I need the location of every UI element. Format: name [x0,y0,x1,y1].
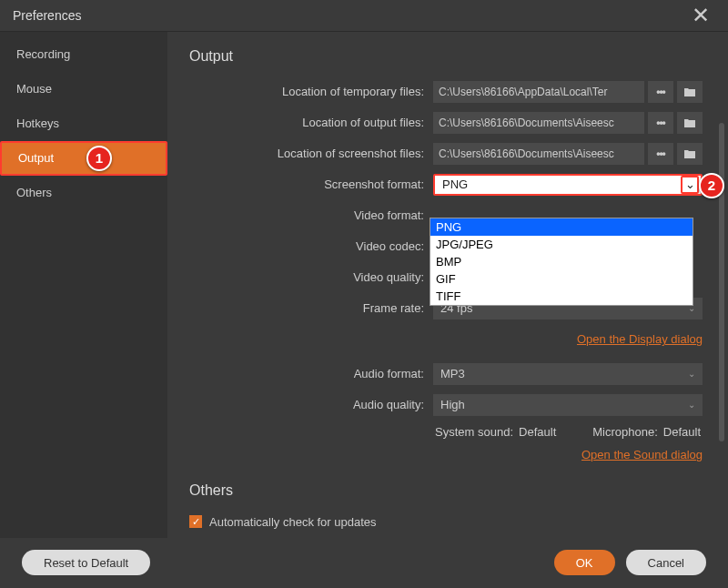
window-title: Preferences [13,8,81,23]
content-area: Recording Mouse Hotkeys Output Others Ou… [0,32,728,538]
dropdown-option-tiff[interactable]: TIFF [430,288,693,305]
output-files-path[interactable]: C:\Users\86166\Documents\Aiseesc [433,112,644,134]
sidebar-item-hotkeys[interactable]: Hotkeys [0,106,167,141]
sidebar-item-mouse[interactable]: Mouse [0,72,167,106]
audio-format-value: MP3 [440,367,465,380]
browse-temp-button[interactable]: ••• [648,81,673,103]
callout-2: 2 [699,173,724,198]
callout-1: 1 [86,146,112,171]
audio-format-select[interactable]: MP3 ⌄ [433,363,703,385]
ok-button[interactable]: OK [554,550,615,575]
microphone-value: Default [663,425,701,439]
open-sound-dialog-link[interactable]: Open the Sound dialog [581,448,703,461]
dropdown-option-jpg[interactable]: JPG/JPEG [430,236,693,253]
screenshot-format-dropdown: PNG JPG/JPEG BMP GIF TIFF [430,218,693,306]
dropdown-option-bmp[interactable]: BMP [430,253,693,270]
close-icon[interactable]: ✕ [686,3,715,28]
browse-output-button[interactable]: ••• [648,112,673,134]
auto-update-checkbox[interactable]: ✓ [189,515,202,528]
chevron-down-icon: ⌄ [688,369,695,379]
folder-icon [683,117,696,128]
sidebar: Recording Mouse Hotkeys Output Others [0,32,167,538]
audio-quality-value: High [440,398,465,411]
label-audio-format: Audio format: [189,367,433,380]
sidebar-item-recording[interactable]: Recording [0,37,167,72]
label-frame-rate: Frame rate: [189,301,433,315]
footer: Reset to Default OK Cancel [0,538,728,588]
temp-files-path[interactable]: C:\Users\86166\AppData\Local\Ter [433,81,644,103]
ellipsis-icon: ••• [656,147,665,160]
preferences-window: Preferences ✕ Recording Mouse Hotkeys Ou… [0,0,728,588]
browse-screenshot-button[interactable]: ••• [648,143,673,165]
titlebar: Preferences ✕ [0,0,728,32]
open-output-folder-button[interactable] [677,112,703,134]
label-temp-files: Location of temporary files: [189,85,433,98]
dropdown-option-png[interactable]: PNG [430,218,693,236]
label-video-codec: Video codec: [189,239,433,253]
open-screenshot-folder-button[interactable] [677,143,703,165]
auto-update-label: Automatically check for updates [209,515,377,529]
cancel-button[interactable]: Cancel [626,550,706,575]
sidebar-item-others[interactable]: Others [0,176,167,210]
label-microphone: Microphone: [592,425,658,439]
screenshot-format-select[interactable]: PNG ⌄ [433,174,703,196]
auto-update-row: ✓ Automatically check for updates [189,515,703,529]
chevron-down-icon: ⌄ [688,400,695,410]
open-display-dialog-link[interactable]: Open the Display dialog [577,332,703,346]
ellipsis-icon: ••• [656,86,665,98]
label-system-sound: System sound: [435,425,513,439]
reset-to-default-button[interactable]: Reset to Default [22,550,150,575]
label-screenshot-format: Screenshot format: [189,177,433,191]
chevron-down-icon[interactable]: ⌄ [681,176,699,194]
label-video-quality: Video quality: [189,270,433,284]
label-screenshot-files: Location of screenshot files: [189,147,433,160]
folder-icon [683,148,696,159]
label-output-files: Location of output files: [189,116,433,129]
label-audio-quality: Audio quality: [189,398,433,411]
screenshot-files-path[interactable]: C:\Users\86166\Documents\Aiseesc [433,143,644,165]
open-temp-folder-button[interactable] [677,81,703,103]
system-sound-value: Default [519,425,556,439]
ellipsis-icon: ••• [656,117,665,129]
label-video-format: Video format: [189,208,433,222]
folder-icon [683,86,696,97]
dropdown-option-gif[interactable]: GIF [430,270,693,288]
screenshot-format-value: PNG [442,177,468,191]
scrollbar[interactable] [719,123,724,441]
section-title-others: Others [189,482,703,499]
audio-quality-select[interactable]: High ⌄ [433,394,703,416]
section-title-output: Output [189,48,703,65]
sidebar-item-output[interactable]: Output [0,141,167,176]
